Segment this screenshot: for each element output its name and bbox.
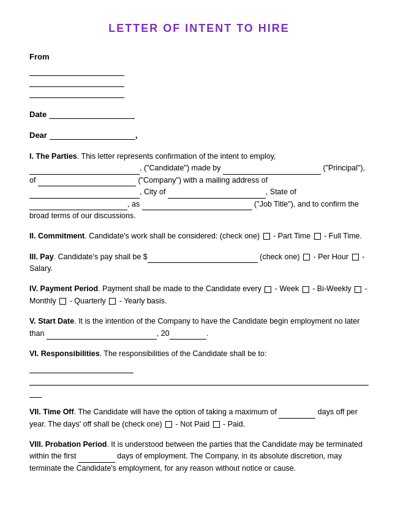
blank-pay <box>148 254 258 263</box>
section-time-off: VII. Time Off. The Candidate will have t… <box>29 406 369 430</box>
date-row: Date <box>29 109 369 119</box>
section-probation: VIII. Probation Period. It is understood… <box>29 439 369 474</box>
section-responsibilities-label: VI. Responsibilities <box>29 349 100 358</box>
checkbox-yearly[interactable] <box>109 298 116 305</box>
resp-line-3 <box>29 388 42 398</box>
blank-address <box>29 190 140 199</box>
address-line-3 <box>29 88 124 98</box>
date-label: Date <box>29 110 47 119</box>
blank-start-date <box>47 331 157 340</box>
section-payment-period-label: IV. Payment Period <box>29 284 98 293</box>
blank-job-title <box>142 202 252 210</box>
dear-row: Dear, <box>29 130 369 140</box>
section-start-date-label: V. Start Date <box>29 317 74 325</box>
address-line-1 <box>29 66 124 76</box>
blank-principal <box>223 166 321 175</box>
dear-label: Dear <box>29 131 47 140</box>
blank-candidate <box>29 166 140 175</box>
section-probation-label: VIII. Probation Period <box>29 440 107 449</box>
checkbox-salary[interactable] <box>352 254 359 260</box>
responsibilities-lines <box>29 363 369 398</box>
dear-line <box>50 130 135 140</box>
blank-company <box>38 178 136 186</box>
page: LETTER OF INTENT TO HIRE From Date Dear,… <box>0 0 398 532</box>
blank-days-off <box>279 410 315 419</box>
page-title: LETTER OF INTENT TO HIRE <box>29 22 369 35</box>
section-start-date: V. Start Date. It is the intention of th… <box>29 316 369 340</box>
section-commitment: II. Commitment. Candidate's work shall b… <box>29 230 369 242</box>
checkbox-part-time[interactable] <box>263 233 270 240</box>
section-parties-label: I. The Parties <box>29 152 77 161</box>
checkbox-full-time[interactable] <box>314 233 321 240</box>
checkbox-biweekly[interactable] <box>302 286 309 293</box>
checkbox-not-paid[interactable] <box>165 421 172 428</box>
section-parties: I. The Parties. This letter represents c… <box>29 151 369 222</box>
checkbox-quarterly[interactable] <box>59 298 66 305</box>
date-line <box>49 109 135 119</box>
checkbox-per-hour[interactable] <box>303 254 310 260</box>
section-responsibilities: VI. Responsibilities. The responsibiliti… <box>29 348 369 398</box>
section-pay-label: III. Pay <box>29 253 54 261</box>
from-label: From <box>29 52 369 61</box>
checkbox-monthly[interactable] <box>355 286 361 293</box>
resp-line-2 <box>29 376 369 386</box>
blank-year <box>170 331 206 340</box>
blank-probation-days <box>78 454 115 463</box>
from-address-block <box>29 66 369 98</box>
section-payment-period: IV. Payment Period. Payment shall be mad… <box>29 283 369 307</box>
address-line-2 <box>29 77 124 87</box>
blank-state <box>29 202 127 210</box>
blank-city <box>168 190 266 199</box>
section-time-off-label: VII. Time Off <box>29 408 74 416</box>
checkbox-paid[interactable] <box>213 421 220 428</box>
checkbox-week[interactable] <box>265 286 271 293</box>
section-pay: III. Pay. Candidate's pay shall be $ (ch… <box>29 251 369 275</box>
section-commitment-label: II. Commitment <box>29 232 84 240</box>
resp-line-1 <box>29 363 133 373</box>
